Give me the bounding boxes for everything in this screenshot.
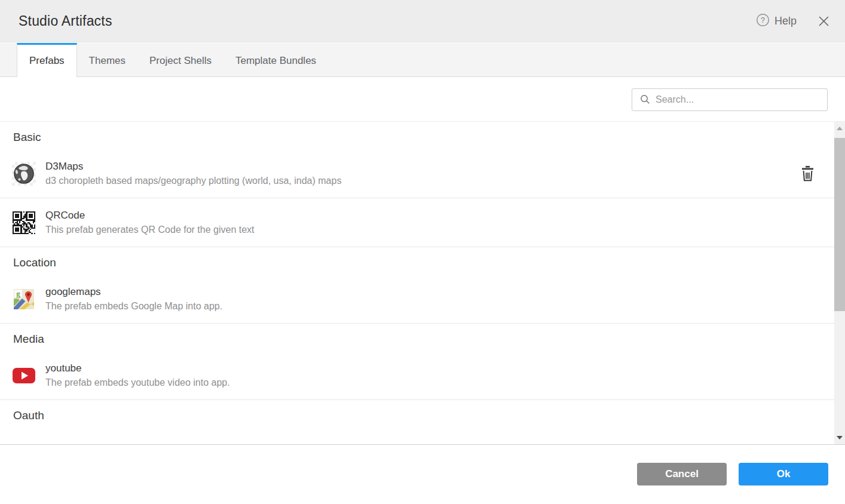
dialog-header: Studio Artifacts ? Help [0, 0, 845, 42]
search-box [632, 88, 828, 111]
section-title: Oauth [0, 400, 834, 428]
ok-button[interactable]: Ok [739, 463, 828, 485]
prefab-description: d3 choropleth based maps/geography plott… [45, 176, 341, 186]
tab-label: Prefabs [29, 55, 65, 67]
footer: Cancel Ok [637, 463, 828, 485]
qrcode-icon [12, 211, 36, 235]
search-input[interactable] [656, 94, 821, 105]
tab-prefabs[interactable]: Prefabs [17, 43, 77, 77]
tab-label: Project Shells [149, 55, 212, 67]
section-title: Media [0, 324, 834, 351]
list-area: Basic D3Maps d3 choropleth based maps/ge… [0, 121, 845, 445]
prefab-description: The prefab embeds youtube video into app… [45, 377, 230, 388]
prefab-row-youtube[interactable]: youtube The prefab embeds youtube video … [0, 351, 834, 400]
prefab-title: googlemaps [45, 286, 222, 298]
close-icon[interactable] [818, 16, 829, 27]
prefab-section-location: Location g googlemaps The prefab embeds … [0, 247, 834, 324]
globe-icon [12, 162, 36, 186]
prefab-section-oauth: Oauth [0, 400, 834, 428]
help-label: Help [774, 15, 797, 27]
prefab-title: youtube [45, 362, 230, 374]
youtube-icon [12, 364, 36, 388]
prefab-row-d3maps[interactable]: D3Maps d3 choropleth based maps/geograph… [0, 149, 834, 198]
prefab-section-media: Media youtube The prefab embeds youtube … [0, 324, 834, 400]
googlemaps-icon: g [12, 287, 36, 311]
scroll-up-arrow-icon[interactable] [834, 123, 845, 134]
tab-template-bundles[interactable]: Template Bundles [224, 43, 328, 76]
scrollbar [834, 122, 845, 444]
prefab-section-basic: Basic D3Maps d3 choropleth based maps/ge… [0, 122, 834, 247]
section-title: Location [0, 247, 834, 275]
delete-prefab-icon[interactable] [799, 164, 816, 183]
dialog-title: Studio Artifacts [19, 13, 112, 29]
prefab-title: QRCode [45, 210, 255, 222]
prefab-description: This prefab generates QR Code for the gi… [45, 225, 255, 235]
svg-text:g: g [16, 288, 20, 297]
tab-label: Themes [89, 55, 125, 67]
help-button[interactable]: ? Help [756, 13, 797, 29]
tab-label: Template Bundles [235, 55, 316, 67]
prefab-description: The prefab embeds Google Map into app. [45, 301, 222, 312]
prefab-row-qrcode[interactable]: QRCode This prefab generates QR Code for… [0, 198, 834, 247]
section-title: Basic [0, 122, 834, 149]
prefab-row-googlemaps[interactable]: g googlemaps The prefab embeds Google Ma… [0, 275, 834, 324]
tab-bar: PrefabsThemesProject ShellsTemplate Bund… [0, 43, 845, 77]
prefab-list: Basic D3Maps d3 choropleth based maps/ge… [0, 122, 834, 444]
search-icon [640, 94, 650, 105]
scrollbar-thumb[interactable] [834, 138, 845, 311]
tab-project-shells[interactable]: Project Shells [137, 43, 224, 76]
prefab-title: D3Maps [45, 161, 341, 173]
svg-text:?: ? [761, 16, 765, 24]
scroll-down-arrow-icon[interactable] [834, 432, 845, 443]
help-circle-icon: ? [756, 13, 770, 29]
tab-themes[interactable]: Themes [77, 43, 137, 76]
toolbar [0, 78, 845, 121]
cancel-button[interactable]: Cancel [637, 463, 727, 485]
